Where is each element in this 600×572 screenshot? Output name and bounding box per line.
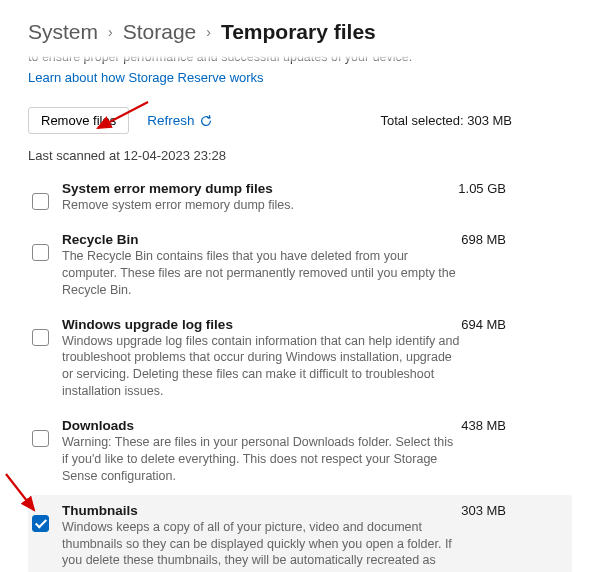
file-checkbox[interactable] [32, 329, 49, 346]
file-title: System error memory dump files [62, 181, 273, 196]
remove-files-button[interactable]: Remove files [28, 107, 129, 134]
actions-row: Remove files Refresh Total selected: 303… [28, 107, 572, 134]
truncated-description: to ensure proper performance and success… [28, 50, 572, 64]
file-description: The Recycle Bin contains files that you … [62, 248, 462, 299]
learn-link[interactable]: Learn about how Storage Reserve works [28, 70, 264, 85]
file-title: Downloads [62, 418, 134, 433]
refresh-label: Refresh [147, 113, 194, 128]
file-size: 1.05 GB [458, 181, 562, 196]
refresh-icon [199, 114, 213, 128]
file-size: 698 MB [461, 232, 562, 247]
last-scanned-label: Last scanned at 12-04-2023 23:28 [28, 148, 572, 163]
file-item: System error memory dump files1.05 GBRem… [28, 173, 572, 224]
file-item: Windows upgrade log files694 MBWindows u… [28, 309, 572, 411]
refresh-button[interactable]: Refresh [147, 113, 213, 128]
chevron-right-icon: › [206, 24, 211, 40]
file-list: System error memory dump files1.05 GBRem… [28, 173, 572, 572]
breadcrumb-current: Temporary files [221, 20, 376, 44]
file-checkbox[interactable] [32, 515, 49, 532]
file-description: Windows upgrade log files contain inform… [62, 333, 462, 401]
file-item: Recycle Bin698 MBThe Recycle Bin contain… [28, 224, 572, 309]
file-item: Downloads438 MBWarning: These are files … [28, 410, 572, 495]
file-description: Windows keeps a copy of all of your pict… [62, 519, 462, 572]
breadcrumb: System › Storage › Temporary files [28, 20, 572, 44]
file-checkbox[interactable] [32, 193, 49, 210]
file-size: 438 MB [461, 418, 562, 433]
file-description: Warning: These are files in your persona… [62, 434, 462, 485]
file-title: Thumbnails [62, 503, 138, 518]
total-selected-label: Total selected: 303 MB [380, 113, 572, 128]
file-checkbox[interactable] [32, 244, 49, 261]
chevron-right-icon: › [108, 24, 113, 40]
breadcrumb-storage[interactable]: Storage [123, 20, 197, 44]
file-description: Remove system error memory dump files. [62, 197, 462, 214]
file-checkbox[interactable] [32, 430, 49, 447]
file-title: Recycle Bin [62, 232, 139, 247]
file-size: 303 MB [461, 503, 562, 518]
file-item: Thumbnails303 MBWindows keeps a copy of … [28, 495, 572, 572]
breadcrumb-system[interactable]: System [28, 20, 98, 44]
file-size: 694 MB [461, 317, 562, 332]
file-title: Windows upgrade log files [62, 317, 233, 332]
